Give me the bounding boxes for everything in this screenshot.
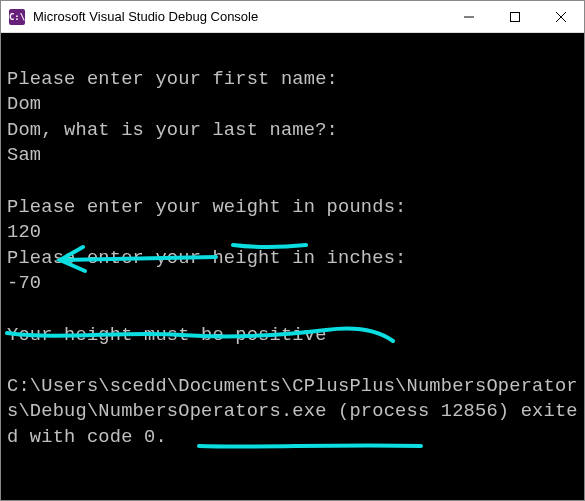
underline-exited-with-code-0 <box>199 445 421 446</box>
console-line: Your height must be positive <box>7 324 327 346</box>
titlebar: C:\ Microsoft Visual Studio Debug Consol… <box>1 1 584 33</box>
vs-icon: C:\ <box>9 9 25 25</box>
maximize-button[interactable] <box>492 1 538 32</box>
console-output: Please enter your first name: Dom Dom, w… <box>1 33 584 500</box>
console-line: -70 <box>7 272 41 294</box>
close-button[interactable] <box>538 1 584 32</box>
window-title: Microsoft Visual Studio Debug Console <box>33 9 446 24</box>
svg-rect-1 <box>511 12 520 21</box>
console-line: Please enter your first name: <box>7 68 338 90</box>
console-line: Dom <box>7 93 41 115</box>
console-line: C:\Users\scedd\Documents\CPlusPlus\Numbe… <box>7 375 578 448</box>
console-line: Please enter your weight in pounds: <box>7 196 407 218</box>
console-line: 120 <box>7 221 41 243</box>
console-line: Sam <box>7 144 41 166</box>
console-line: Dom, what is your last name?: <box>7 119 338 141</box>
window-controls <box>446 1 584 32</box>
console-line: Please enter your height in inches: <box>7 247 407 269</box>
minimize-button[interactable] <box>446 1 492 32</box>
